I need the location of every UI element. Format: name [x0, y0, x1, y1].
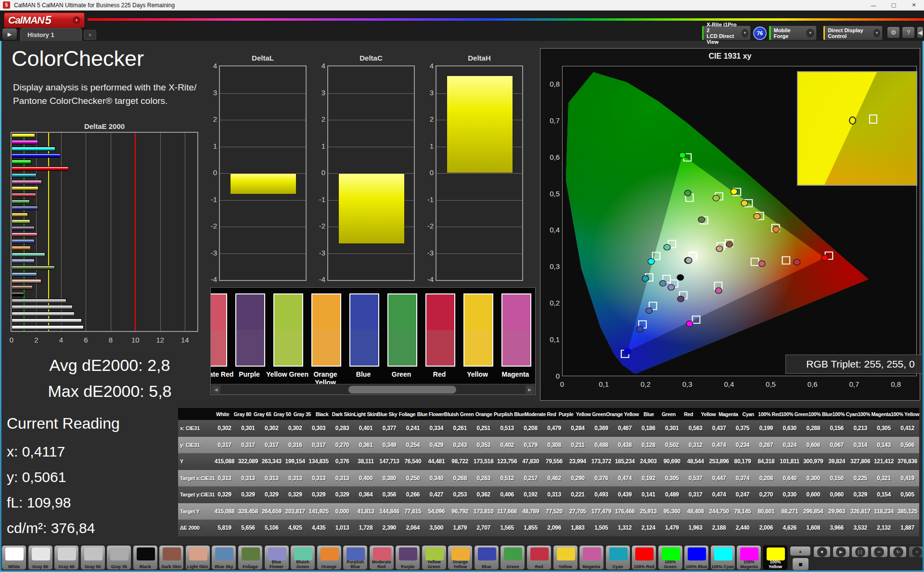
rgb-triplet-readout: RGB Triplet: 255, 255, 0	[785, 355, 924, 374]
patch-button-orange[interactable]: Orange	[317, 545, 342, 570]
calman-logo-menu[interactable]: CalMAN 5 ▼	[4, 13, 85, 28]
pattern-source-dropdown[interactable]: Mobile Forge ▼	[769, 25, 817, 40]
patch-button-light-skin[interactable]: Light Skin	[185, 545, 210, 570]
maximize-button[interactable]: ▢	[884, 0, 904, 10]
meter-dropdown[interactable]: X-Rite i1Pro 2 LCD Direct View ▼	[702, 25, 751, 40]
cie-y-tick-label: 0,1	[542, 335, 560, 343]
patch-button-blue-flower[interactable]: Blue Flower	[264, 545, 289, 570]
table-cell: 1,855	[519, 520, 542, 536]
patch-button-100-cyan[interactable]: 100% Cyan	[710, 545, 735, 570]
x-tick-label: 14	[178, 336, 192, 344]
page-description: Display analysis is performed with the X…	[13, 81, 196, 108]
patch-button-moderate-red[interactable]: Moderate Red	[369, 545, 394, 570]
table-cell: 0,606	[801, 437, 825, 454]
scroll-right-icon[interactable]: ▶	[526, 385, 534, 394]
measured-point-icon	[773, 227, 780, 232]
add-tab-button[interactable]: +	[84, 30, 96, 40]
table-cell: 0,316	[283, 437, 307, 454]
patch-button-gray-50[interactable]: Gray 50	[80, 545, 105, 570]
patch-button-label: 100% Red	[632, 565, 656, 570]
help-icon[interactable]: ?	[902, 26, 915, 38]
meter-count-badge[interactable]: 76	[753, 26, 767, 40]
patch-button-label: 100% Green	[658, 560, 682, 569]
patch-button-100-yellow[interactable]: 100% Yellow	[763, 545, 788, 570]
cie-chart-title: CIE 1931 xy	[540, 52, 920, 61]
patch-button-orange-yellow[interactable]: Orange Yellow	[448, 545, 473, 570]
patch-button-100-red[interactable]: 100% Red	[631, 545, 656, 570]
deltae-bar	[12, 266, 55, 270]
table-cell: 29,963	[825, 503, 848, 520]
collapse-panel-icon[interactable]: ◀	[917, 26, 924, 38]
table-cell: 0,374	[731, 470, 755, 487]
collapse-up-button[interactable]: ▲	[790, 546, 811, 556]
scroll-left-icon[interactable]: ◀	[212, 385, 220, 394]
close-button[interactable]: ✕	[904, 0, 924, 10]
table-cell: 3,532	[848, 520, 872, 536]
deltae-bar	[12, 318, 82, 323]
patch-button-yellow-green[interactable]: Yellow Green	[422, 545, 447, 570]
patch-button-purplish-blue[interactable]: Purplish Blue	[343, 545, 368, 570]
patch-button-bluish-green[interactable]: Bluish Green	[290, 545, 315, 570]
workflow-play-button[interactable]: ▶	[2, 28, 17, 40]
measured-point-icon	[624, 348, 631, 354]
patch-button-purple[interactable]: Purple	[395, 545, 420, 570]
table-cell: 0,302	[213, 420, 236, 437]
record-button[interactable]: ●	[909, 546, 924, 558]
patch-color-chip	[32, 547, 50, 560]
table-cell: 4,925	[283, 520, 307, 536]
y-tick-label: -4	[422, 275, 434, 283]
y-tick-label: -1	[314, 195, 325, 203]
max-guide-line	[135, 133, 136, 331]
table-cell: 0,467	[613, 420, 637, 437]
stop-button[interactable]: ■	[813, 546, 831, 558]
patch-color-chip	[215, 547, 233, 560]
patch-button-green[interactable]: Green	[500, 545, 525, 570]
continuous-button[interactable]: ∞	[871, 546, 888, 558]
patch-button-100-green[interactable]: 100% Green	[658, 545, 683, 570]
table-cell: 0,300	[801, 470, 825, 487]
cie-y-tick-label: 0,3	[542, 262, 560, 270]
tab-history-1[interactable]: History 1	[20, 28, 82, 41]
patch-button-gray-65[interactable]: Gray 65	[54, 545, 79, 570]
patch-button-blue[interactable]: Blue	[474, 545, 499, 570]
patch-button-white[interactable]: White	[1, 545, 26, 570]
patch-button-100-magenta[interactable]: 100% Magenta	[736, 545, 761, 570]
patch-color-chip	[767, 547, 785, 560]
patch-button-cyan[interactable]: Cyan	[605, 545, 630, 570]
patch-button-gray-80[interactable]: Gray 80	[28, 545, 53, 570]
strip-scrollbar[interactable]: ◀ ▶	[211, 384, 535, 394]
table-cell: 176,466	[613, 503, 637, 520]
patch-button-yellow[interactable]: Yellow	[553, 545, 578, 570]
patch-button-dark-skin[interactable]: Dark Skin	[159, 545, 184, 570]
table-cell: 0,317	[236, 437, 260, 454]
current-reading-title: Current Reading	[7, 415, 120, 432]
display-window-button[interactable]: ■	[792, 558, 809, 571]
patch-button-100-blue[interactable]: 100% Blue	[684, 545, 709, 570]
display-control-dropdown[interactable]: Direct Display Control ▼	[823, 25, 883, 40]
measured-point-icon	[677, 275, 684, 280]
table-cell: 98,722	[448, 453, 472, 470]
patch-button-gray-35[interactable]: Gray 35	[106, 545, 131, 570]
refresh-icon: ↻	[893, 547, 903, 557]
patch-color-chip	[688, 547, 706, 560]
cie-y-tick-label: 0,2	[542, 299, 560, 307]
deltae-bar	[12, 299, 66, 303]
max-de2000: Max dE2000: 5,8	[4, 382, 216, 401]
window-title: CalMAN 5 CalMAN Ultimate for Business 22…	[14, 2, 175, 9]
chevron-down-icon: ▼	[873, 29, 880, 38]
table-cell: 0,313	[283, 470, 307, 487]
scrollbar-thumb[interactable]	[348, 386, 456, 394]
minimize-button[interactable]: —	[863, 0, 884, 10]
patch-button-foliage[interactable]: Foliage	[238, 545, 263, 570]
play-button[interactable]: ▶	[833, 546, 850, 558]
patch-button-blue-sky[interactable]: Blue Sky	[211, 545, 236, 570]
refresh-button[interactable]: ↻	[889, 546, 907, 558]
table-cell: 0,376	[590, 470, 613, 487]
patch-button-red[interactable]: Red	[526, 545, 552, 570]
single-measure-button[interactable]: [·]	[851, 546, 869, 558]
settings-gear-icon[interactable]: ⚙	[887, 26, 900, 38]
patch-button-magenta[interactable]: Magenta	[579, 545, 604, 570]
patch-button-black[interactable]: Black	[133, 545, 158, 570]
cie-x-tick-label: 0,7	[844, 380, 865, 388]
deltac-chart-title: DeltaC	[327, 54, 415, 62]
